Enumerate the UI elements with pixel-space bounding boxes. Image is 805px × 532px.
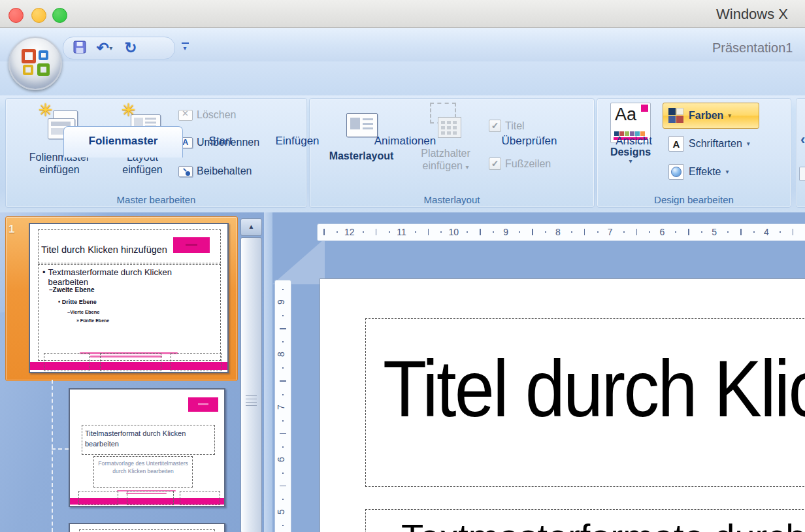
layout-connector-line [52,380,53,532]
body-placeholder[interactable]: Textmasterformate durch Klicken bearbeit… [365,509,805,532]
chevron-down-icon: ▾ [728,112,731,119]
scrollbar-grip-icon [246,395,257,396]
title-placeholder-text: Titel durch Klicken hinzufügen [383,349,805,429]
slide-editing-area: 121110987654 98765 Titel durch Klicken h… [272,212,805,532]
thumbnail-slide-3[interactable] [69,523,225,532]
chevron-down-icon: ▾ [629,158,632,165]
title-placeholder[interactable]: Titel durch Klicken hinzufügen [365,318,805,487]
macos-titlebar: Windows X [0,0,805,28]
thumbnail-slide-2[interactable]: Titelmasterformat durch Klicken bearbeit… [69,388,225,507]
chevron-left-icon: ‹ [800,131,805,148]
schriftarten-button[interactable]: A Schriftarten ▾ [663,133,793,155]
redo-icon: ↻ [124,41,137,56]
scrollbar-thumb[interactable] [240,237,262,532]
partial-button [799,167,805,181]
button-label: Beibehalten [197,165,252,177]
theme-fonts-icon: A [668,136,684,152]
customize-quick-access-icon [182,42,189,44]
loeschen-button: ✕ Löschen [178,109,237,121]
redo-button[interactable]: ↻ [118,39,143,58]
preserve-pin-icon [178,166,193,177]
thumb1-body-line2: Zweite Ebene [53,286,95,293]
thumb2-date-placeholder [78,491,118,505]
button-label: Effekte [689,166,721,178]
save-icon [73,41,86,56]
ribbon-group-masterlayout: Masterlayout Platzhalter einfügen ▾ [309,98,595,208]
tab-animationen[interactable]: Animationen [356,129,454,153]
slide-number: 1 [8,223,14,236]
thumbnail-slide-1[interactable]: Titel durch Klicken hinzufügen • Textmas… [29,223,229,373]
close-button[interactable] [8,8,24,23]
beibehalten-button[interactable]: Beibehalten [178,165,252,177]
chevron-down-icon: ▾ [726,169,729,175]
chevron-down-icon: ▾ [747,141,750,147]
fusszeilen-checkbox: Fußzeilen [489,158,551,170]
body-placeholder-text: Textmasterformate durch Klicken bearbeit… [401,519,805,532]
button-label: Schriftarten [689,138,742,150]
button-label: einfügen [39,163,79,176]
thumb3-placeholder [79,529,215,532]
theme-effects-icon [668,164,684,180]
scrollbar-up-button[interactable]: ▲ [240,218,262,236]
button-label: Farben [689,110,723,122]
tab-folienmaster[interactable]: Folienmaster [63,126,183,158]
button-label: einfügen [122,163,162,176]
chevron-down-icon: ▾ [465,163,468,171]
ribbon-tab-bar: Folienmaster Start Einfügen Animationen … [0,61,805,95]
customize-quick-access-button[interactable]: ▾ [178,39,192,55]
thumb1-body-line5: Fünfte Ebene [80,318,109,323]
undo-button[interactable]: ↶ ▾ [91,39,118,58]
slide-canvas[interactable]: Titel durch Klicken hinzufügen Textmaste… [320,278,805,532]
chevron-down-icon: ▾ [183,45,186,52]
thumb1-body-line3: Dritte Ebene [62,299,97,305]
tab-einfuegen[interactable]: Einfügen [258,129,337,153]
group-label: Master bearbeiten [7,193,306,207]
button-label: Löschen [197,109,237,121]
thumb1-body-line1: Textmasterformate durch Klicken bearbeit… [48,267,211,287]
thumb2-number-placeholder [180,491,220,505]
tab-ansicht[interactable]: Ansicht [598,129,670,153]
window-title: Windows X [716,6,788,23]
quick-access-toolbar: ↶ ▾ ↻ [63,37,175,59]
office-button[interactable] [8,37,62,90]
bullet-marker: • [58,299,60,305]
background-highlight [272,239,325,284]
bullet-marker: » [76,318,79,323]
minimize-button[interactable] [31,8,46,23]
thumb1-title-placeholder: Titel durch Klicken hinzufügen [38,229,221,263]
zoom-button[interactable] [52,8,67,23]
slide-thumbnails-panel: 1 Titel durch Klicken hinzufügen • Textm… [0,212,264,532]
thumb2-title-accent [188,397,218,412]
pane-splitter[interactable] [264,212,273,532]
thumb1-title-accent [173,237,210,253]
group-label: Design bearbeiten [598,193,790,207]
ribbon-group-design-bearbeiten: Aa Designs ▾ Farben ▾ A Schriftarten ▾ [597,98,791,208]
checkbox-checked-icon [489,158,501,170]
thumb1-footer-placeholder [100,353,161,371]
document-title: Präsentation1 [712,41,793,56]
thumb2-subtitle-placeholder: Formatvorlage des Untertitelmasters durc… [93,456,193,488]
arrow-up-icon: ▲ [248,223,255,230]
thumb2-title-placeholder: Titelmasterformat durch Klicken bearbeit… [82,425,215,455]
thumb1-date-placeholder [44,353,90,371]
tab-ueberpruefen[interactable]: Überprüfen [480,129,578,153]
effekte-button[interactable]: Effekte ▾ [663,161,793,183]
powerpoint-titlebar: ↶ ▾ ↻ ▾ Präsentation1 [0,28,805,62]
undo-dropdown-icon: ▾ [109,45,112,52]
tab-start[interactable]: Start [193,129,248,153]
thumb2-footer-placeholder [127,491,174,505]
save-button[interactable] [69,39,91,58]
ribbon-group-partial: ‹ [796,98,805,208]
bullet-marker: • [42,267,46,287]
thumb1-title-text: Titel durch Klicken hinzufügen [41,244,167,255]
farben-button[interactable]: Farben ▾ [663,103,759,129]
thumb1-number-placeholder [171,353,222,371]
thumb1-body-placeholder: • Textmasterformate durch Klicken bearbe… [38,264,221,361]
button-label: einfügen ▾ [423,159,469,172]
thumb2-subtitle-text: Formatvorlage des Untertitelmasters durc… [97,459,189,475]
checkbox-label: Fußzeilen [505,158,551,170]
office-logo-icon [22,49,49,76]
undo-icon: ↶ [97,41,109,56]
layout-connector-line [52,448,69,450]
group-label: Masterlayout [310,193,593,207]
